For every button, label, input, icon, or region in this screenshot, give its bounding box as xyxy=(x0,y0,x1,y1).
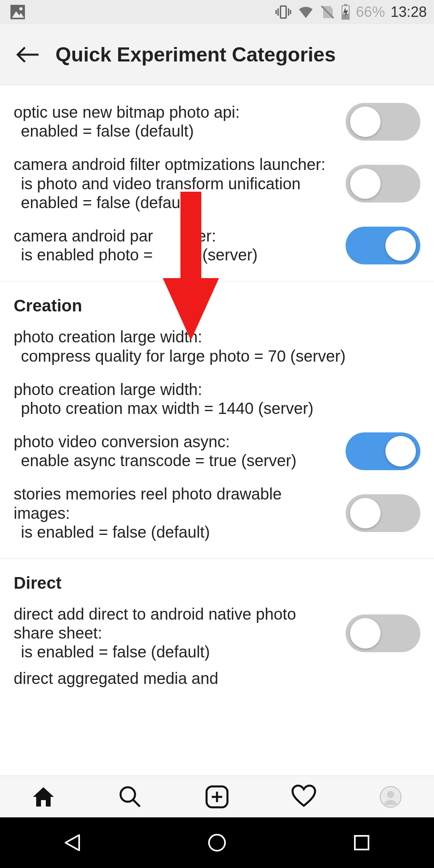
no-sim-icon xyxy=(320,4,335,20)
toggle-async-transcode[interactable] xyxy=(346,432,420,470)
section-title-creation: Creation xyxy=(0,282,434,320)
tab-search[interactable] xyxy=(116,783,144,811)
battery-percent: 66% xyxy=(356,4,385,20)
wifi-icon xyxy=(297,4,314,20)
setting-label: photo creation large width: compress qua… xyxy=(14,328,420,365)
setting-label: direct add direct to android native phot… xyxy=(14,605,338,662)
setting-label: camera android parlter: is enabled photo… xyxy=(14,227,338,264)
toggle-stories-memories[interactable] xyxy=(346,494,420,532)
android-navbar xyxy=(0,817,434,868)
tab-home[interactable] xyxy=(29,783,57,811)
nav-recent[interactable] xyxy=(348,829,376,857)
toggle-optic-bitmap-api[interactable] xyxy=(346,103,420,141)
setting-label: photo video conversion async: enable asy… xyxy=(14,432,338,470)
setting-label: photo creation large width: photo creati… xyxy=(14,380,420,418)
bottom-tabbar xyxy=(0,776,434,817)
setting-row[interactable]: photo creation large width: compress qua… xyxy=(0,320,434,373)
setting-row[interactable]: direct add direct to android native phot… xyxy=(0,598,434,669)
toggle-direct-share-sheet[interactable] xyxy=(346,614,420,652)
setting-row[interactable]: camera android parlter: is enabled photo… xyxy=(0,219,434,272)
clock: 13:28 xyxy=(391,4,427,20)
setting-label: stories memories reel photo drawable ima… xyxy=(14,485,338,542)
svg-rect-10 xyxy=(344,4,347,6)
back-button[interactable] xyxy=(12,39,44,71)
svg-line-16 xyxy=(133,800,140,807)
setting-row[interactable]: optic use new bitmap photo api: enabled … xyxy=(0,96,434,148)
section-title-direct: Direct xyxy=(0,559,434,598)
setting-row-partial[interactable]: direct aggregated media and xyxy=(0,669,434,688)
setting-label: camera android filter optmizations launc… xyxy=(14,155,338,212)
toggle-camera-par-filter[interactable] xyxy=(346,227,420,264)
tab-activity[interactable] xyxy=(290,783,318,811)
svg-point-21 xyxy=(387,791,394,798)
svg-point-2 xyxy=(19,7,23,10)
toggle-filter-optimizations[interactable] xyxy=(346,165,420,203)
battery-charging-icon xyxy=(341,4,350,20)
vibrate-icon xyxy=(275,4,292,20)
setting-row[interactable]: camera android filter optmizations launc… xyxy=(0,148,434,219)
nav-back[interactable] xyxy=(58,829,86,857)
setting-label: optic use new bitmap photo api: enabled … xyxy=(14,103,338,141)
tab-create[interactable] xyxy=(203,783,231,811)
appbar: Quick Experiment Categories xyxy=(0,24,434,85)
page-title: Quick Experiment Categories xyxy=(55,43,336,66)
svg-point-23 xyxy=(209,835,225,851)
svg-marker-22 xyxy=(66,835,79,850)
svg-point-15 xyxy=(121,787,135,802)
svg-rect-3 xyxy=(280,6,286,18)
setting-row[interactable]: stories memories reel photo drawable ima… xyxy=(0,477,434,549)
setting-row[interactable]: photo creation large width: photo creati… xyxy=(0,373,434,425)
android-statusbar: 66% 13:28 xyxy=(0,0,434,24)
settings-list[interactable]: optic use new bitmap photo api: enabled … xyxy=(0,85,434,776)
picture-icon xyxy=(10,4,26,20)
tab-profile[interactable] xyxy=(377,783,405,811)
svg-rect-24 xyxy=(355,836,368,850)
setting-row[interactable]: photo video conversion async: enable asy… xyxy=(0,425,434,477)
nav-home[interactable] xyxy=(203,829,231,857)
setting-label: direct aggregated media and xyxy=(14,669,420,688)
